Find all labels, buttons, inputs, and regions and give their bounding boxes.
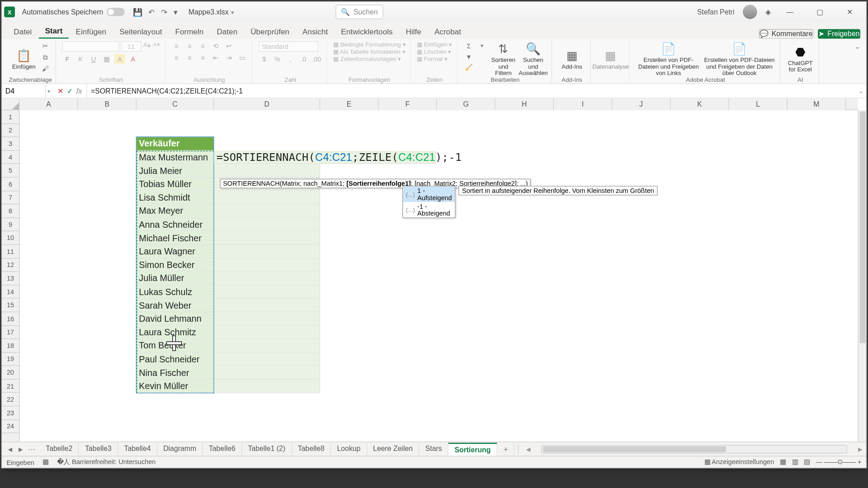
currency-icon[interactable]: $ [259,54,269,64]
sheet-tab[interactable]: Tabelle2 [40,442,79,455]
view-break-icon[interactable]: ▤ [804,458,810,466]
col-header-B[interactable]: B [78,99,137,110]
sheet-tab[interactable]: Stars [420,442,449,455]
cell[interactable] [214,231,320,245]
font-name-input[interactable] [62,41,119,52]
indent-dec-icon[interactable]: ⇤ [211,53,222,62]
undo-icon[interactable]: ↶ [148,7,155,16]
merge-icon[interactable]: ▭ [237,53,248,62]
cell[interactable]: Max Mustermann [137,150,214,164]
table-format-button[interactable]: ▦ Als Tabelle formatieren ▾ [333,48,405,55]
ribbon-tab-datei[interactable]: Datei [8,25,38,38]
row-header-13[interactable]: 13 [2,272,19,285]
enter-formula-icon[interactable]: ✓ [67,87,73,95]
cell[interactable]: Paul Schneider [137,352,214,366]
scroll-thumb[interactable] [860,112,866,343]
sheet-tab[interactable]: Tabelle6 [203,442,242,455]
view-page-icon[interactable]: ▥ [792,458,798,466]
maximize-button[interactable]: ▢ [809,4,830,20]
align-right-icon[interactable]: ≡ [198,53,208,62]
cell[interactable] [214,380,320,393]
sheet-nav-next-icon[interactable]: ► [17,445,24,453]
ribbon-tab-ansicht[interactable]: Ansicht [297,25,334,38]
cond-format-button[interactable]: ▦ Bedingte Formatierung ▾ [333,41,406,48]
tab-scroll-right-icon[interactable]: ► [854,445,866,453]
italic-icon[interactable]: K [75,54,86,64]
cell[interactable] [214,272,320,286]
pdf-outlook-button[interactable]: 📄Erstellen von PDF-Dateien und Freigeben… [704,41,775,77]
cell[interactable]: Michael Fischer [137,231,214,245]
hscroll-thumb[interactable] [543,446,726,452]
row-header-19[interactable]: 19 [2,352,19,366]
font-color-icon[interactable]: A [127,54,138,64]
cut-icon[interactable]: ✂ [40,41,51,51]
col-header-F[interactable]: F [378,99,437,110]
cell[interactable] [214,191,320,205]
cell[interactable] [214,285,320,299]
data-analysis-button[interactable]: ▦Datenanalyse [597,41,624,77]
ribbon-tab-einfügen[interactable]: Einfügen [70,25,112,38]
row-header-3[interactable]: 3 [2,137,19,151]
copy-icon[interactable]: ⧉ [40,52,51,62]
row-header-23[interactable]: 23 [2,406,19,420]
ribbon-tab-überprüfen[interactable]: Überprüfen [245,25,295,38]
formula-expand-icon[interactable]: ⌄ [857,84,865,97]
select-all-corner[interactable] [2,99,20,110]
cell[interactable]: Verkäufer [137,137,214,151]
sheet-tab[interactable]: Leere Zeilen [367,442,420,455]
row-header-17[interactable]: 17 [2,326,19,339]
ribbon-tab-entwicklertools[interactable]: Entwicklertools [335,25,399,38]
user-name[interactable]: Stefan Petri [697,8,735,16]
cell[interactable] [214,299,320,312]
sheet-tab[interactable]: Tabelle8 [292,442,331,455]
tab-scroll-left-icon[interactable]: ◄ [523,445,534,453]
paste-button[interactable]: 📋Einfügen [10,41,38,77]
cell[interactable]: Max Meyer [137,205,214,218]
cell[interactable] [214,312,320,326]
sheet-tab[interactable]: Lookup [331,442,367,455]
cell[interactable]: Julia Müller [137,272,214,286]
orient-icon[interactable]: ⟲ [211,41,222,51]
row-header-7[interactable]: 7 [2,191,19,205]
row-header-9[interactable]: 9 [2,218,19,231]
indent-inc-icon[interactable]: ⇥ [224,53,235,62]
ribbon-tab-daten[interactable]: Daten [211,25,243,38]
col-header-C[interactable]: C [137,99,214,110]
share-button[interactable]: ➤ Freigeben [818,29,860,39]
col-header-H[interactable]: H [495,99,554,110]
cell[interactable] [214,352,320,366]
row-header-22[interactable]: 22 [2,393,19,407]
format-cells-button[interactable]: ▦ Format ▾ [417,56,448,62]
cell[interactable]: =SORTIERENNACH(C4:C21;ZEILE(C4:C21);-1 [214,150,436,164]
view-normal-icon[interactable]: ▦ [780,458,786,466]
ribbon-tab-formeln[interactable]: Formeln [169,25,209,38]
cell[interactable]: Anna Schneider [137,218,214,231]
col-header-K[interactable]: K [671,99,729,110]
vertical-scrollbar[interactable] [858,110,866,441]
col-header-I[interactable]: I [554,99,612,110]
addins-button[interactable]: ▦Add-Ins [558,41,586,77]
row-header-16[interactable]: 16 [2,312,19,326]
border-icon[interactable]: ▦ [101,54,112,64]
cell[interactable]: Tobias Müller [137,178,214,191]
ribbon-tab-start[interactable]: Start [39,24,68,39]
intellisense-option[interactable]: -1 - Absteigend [403,202,455,217]
row-header-15[interactable]: 15 [2,299,19,312]
qat-more-icon[interactable]: ▾ [174,7,178,16]
cell[interactable]: Julia Meier [137,164,214,178]
row-header-20[interactable]: 20 [2,366,19,380]
intellisense-list[interactable]: 1 - Aufsteigend-1 - Absteigend [402,186,455,218]
wrap-icon[interactable]: ↩ [224,41,235,51]
cell[interactable]: Laura Wagner [137,245,214,258]
display-settings[interactable]: ▦ Anzeigeeinstellungen [704,458,774,466]
cell[interactable] [214,245,320,258]
cell[interactable] [214,218,320,231]
minimize-button[interactable]: — [779,4,801,20]
row-header-6[interactable]: 6 [2,178,19,191]
intellisense-option[interactable]: 1 - Aufsteigend [403,187,455,202]
row-header-1[interactable]: 1 [2,110,19,124]
align-bot-icon[interactable]: ≡ [198,41,208,51]
row-header-14[interactable]: 14 [2,285,19,299]
row-header-21[interactable]: 21 [2,380,19,393]
delete-cells-button[interactable]: ▦ Löschen ▾ [417,48,451,55]
